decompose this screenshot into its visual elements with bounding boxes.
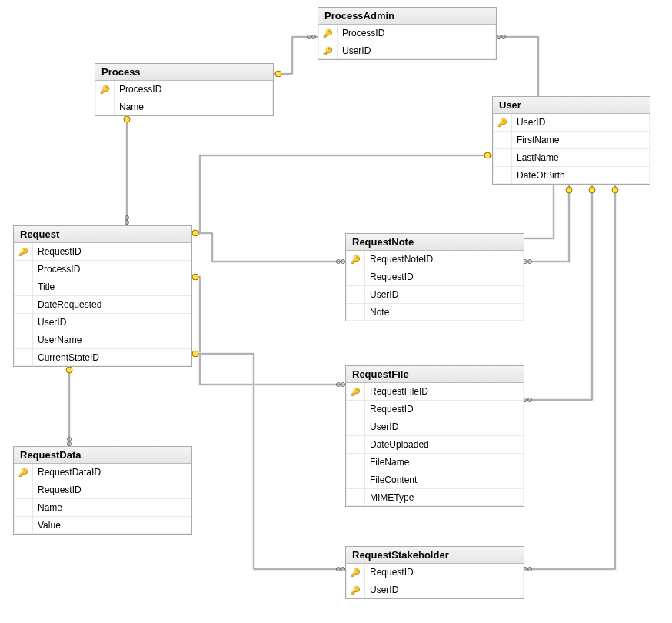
column-name: LastName bbox=[512, 152, 650, 163]
pk-cell bbox=[95, 98, 115, 115]
table-column[interactable]: 🔑UserID bbox=[346, 581, 524, 598]
column-name: RequestID bbox=[365, 404, 524, 415]
column-name: ProcessID bbox=[338, 28, 496, 38]
table-column[interactable]: Note bbox=[346, 304, 524, 321]
table-column[interactable]: DateRequested bbox=[14, 296, 191, 314]
table-user[interactable]: User🔑UserIDFirstNameLastNameDateOfBirth bbox=[492, 96, 650, 185]
table-header: Request bbox=[14, 226, 191, 243]
table-process[interactable]: Process🔑ProcessIDName bbox=[95, 63, 274, 116]
table-column[interactable]: 🔑RequestNoteID bbox=[346, 251, 524, 268]
column-name: Name bbox=[115, 102, 273, 112]
pk-cell bbox=[346, 418, 365, 435]
column-name: RequestID bbox=[33, 246, 191, 257]
svg-point-23 bbox=[589, 187, 595, 193]
table-column[interactable]: 🔑RequestID bbox=[346, 564, 524, 581]
pk-cell bbox=[14, 314, 33, 331]
column-name: Value bbox=[33, 520, 191, 531]
table-column[interactable]: ProcessID bbox=[14, 261, 191, 278]
pk-cell: 🔑 bbox=[318, 42, 338, 59]
table-column[interactable]: FileContent bbox=[346, 471, 524, 489]
pk-cell: 🔑 bbox=[346, 581, 365, 598]
table-header: RequestFile bbox=[346, 366, 524, 383]
table-header: RequestStakeholder bbox=[346, 547, 524, 564]
column-name: DateRequested bbox=[33, 299, 191, 310]
pk-cell bbox=[14, 481, 33, 498]
pk-cell: 🔑 bbox=[346, 251, 365, 268]
table-column[interactable]: 🔑RequestID bbox=[14, 243, 191, 261]
table-column[interactable]: 🔑RequestDataID bbox=[14, 464, 191, 481]
svg-point-17 bbox=[566, 187, 572, 193]
table-column[interactable]: DateUploaded bbox=[346, 436, 524, 454]
table-column[interactable]: 🔑ProcessID bbox=[95, 81, 273, 98]
table-column[interactable]: UserID bbox=[14, 314, 191, 331]
table-column[interactable]: Name bbox=[95, 98, 273, 115]
pk-cell: 🔑 bbox=[95, 81, 115, 98]
column-name: Note bbox=[365, 307, 524, 318]
table-column[interactable]: UserID bbox=[346, 286, 524, 304]
column-name: DateUploaded bbox=[365, 439, 524, 450]
table-column[interactable]: 🔑ProcessID bbox=[318, 25, 496, 42]
table-column[interactable]: Title bbox=[14, 278, 191, 296]
table-requestData[interactable]: RequestData🔑RequestDataIDRequestIDNameVa… bbox=[13, 446, 192, 535]
pk-cell bbox=[493, 149, 512, 166]
column-name: Title bbox=[33, 282, 191, 292]
pk-cell bbox=[14, 296, 33, 313]
table-column[interactable]: 🔑UserID bbox=[493, 114, 650, 132]
column-name: MIMEType bbox=[365, 492, 524, 503]
table-header: Process bbox=[95, 64, 273, 81]
svg-point-8 bbox=[124, 116, 130, 122]
table-header: RequestNote bbox=[346, 234, 524, 251]
key-icon: 🔑 bbox=[323, 47, 332, 55]
table-column[interactable]: DateOfBirth bbox=[493, 167, 650, 184]
column-name: FileContent bbox=[365, 475, 524, 485]
pk-cell bbox=[346, 401, 365, 418]
table-request[interactable]: Request🔑RequestIDProcessIDTitleDateReque… bbox=[13, 225, 192, 367]
table-column[interactable]: LastName bbox=[493, 149, 650, 167]
table-requestNote[interactable]: RequestNote🔑RequestNoteIDRequestIDUserID… bbox=[345, 233, 524, 321]
table-processAdmin[interactable]: ProcessAdmin🔑ProcessID🔑UserID bbox=[318, 7, 497, 60]
column-name: FirstName bbox=[512, 135, 650, 145]
key-icon: 🔑 bbox=[100, 85, 109, 94]
table-column[interactable]: Value bbox=[14, 517, 191, 534]
pk-cell bbox=[346, 268, 365, 285]
column-name: RequestID bbox=[33, 485, 191, 495]
pk-cell bbox=[14, 499, 33, 516]
table-column[interactable]: Name bbox=[14, 499, 191, 517]
key-icon: 🔑 bbox=[351, 568, 360, 577]
table-header: User bbox=[493, 97, 650, 114]
table-header: ProcessAdmin bbox=[318, 8, 496, 25]
column-name: RequestID bbox=[365, 567, 524, 578]
table-column[interactable]: 🔑RequestFileID bbox=[346, 383, 524, 401]
pk-cell bbox=[346, 471, 365, 488]
table-column[interactable]: RequestID bbox=[346, 268, 524, 286]
table-requestFile[interactable]: RequestFile🔑RequestFileIDRequestIDUserID… bbox=[345, 365, 524, 507]
column-name: RequestFileID bbox=[365, 386, 524, 397]
pk-cell bbox=[493, 167, 512, 184]
pk-cell bbox=[346, 489, 365, 506]
column-name: FileName bbox=[365, 457, 524, 468]
pk-cell bbox=[14, 517, 33, 534]
table-column[interactable]: 🔑UserID bbox=[318, 42, 496, 59]
table-requestStakeholder[interactable]: RequestStakeholder🔑RequestID🔑UserID bbox=[345, 546, 524, 599]
key-icon: 🔑 bbox=[18, 468, 28, 477]
pk-cell: 🔑 bbox=[14, 464, 33, 481]
column-name: UserID bbox=[512, 117, 650, 128]
table-column[interactable]: UserID bbox=[346, 418, 524, 436]
table-column[interactable]: UserName bbox=[14, 331, 191, 349]
column-name: CurrentStateID bbox=[33, 352, 191, 363]
svg-point-2 bbox=[275, 71, 281, 77]
column-name: UserID bbox=[365, 585, 524, 595]
table-column[interactable]: RequestID bbox=[14, 481, 191, 499]
column-name: UserName bbox=[33, 335, 191, 345]
table-column[interactable]: CurrentStateID bbox=[14, 349, 191, 366]
column-name: RequestNoteID bbox=[365, 254, 524, 265]
table-column[interactable]: FirstName bbox=[493, 132, 650, 149]
column-name: RequestDataID bbox=[33, 467, 191, 478]
table-column[interactable]: FileName bbox=[346, 454, 524, 471]
table-column[interactable]: RequestID bbox=[346, 401, 524, 418]
table-column[interactable]: MIMEType bbox=[346, 489, 524, 506]
column-name: DateOfBirth bbox=[512, 170, 650, 181]
pk-cell bbox=[346, 436, 365, 453]
column-name: UserID bbox=[33, 317, 191, 328]
table-header: RequestData bbox=[14, 447, 191, 464]
